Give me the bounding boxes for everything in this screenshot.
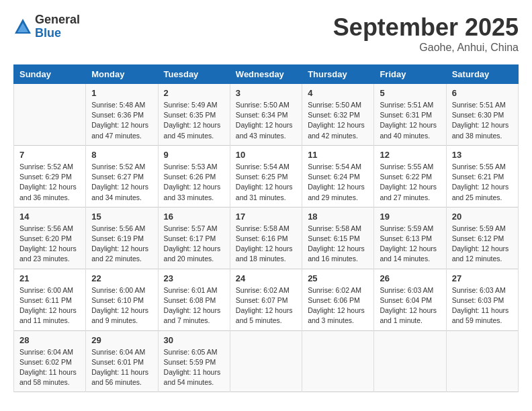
day-info: Sunrise: 5:48 AM Sunset: 6:36 PM Dayligh… [91,100,152,141]
day-info: Sunrise: 5:56 AM Sunset: 6:20 PM Dayligh… [19,224,80,265]
week-row-5: 28Sunrise: 6:04 AM Sunset: 6:02 PM Dayli… [14,330,519,392]
week-row-4: 21Sunrise: 6:00 AM Sunset: 6:11 PM Dayli… [14,269,519,330]
calendar-cell: 10Sunrise: 5:54 AM Sunset: 6:25 PM Dayli… [230,145,302,207]
day-number: 19 [380,212,440,222]
day-number: 29 [91,335,152,345]
day-number: 1 [91,88,152,98]
day-info: Sunrise: 5:56 AM Sunset: 6:19 PM Dayligh… [91,224,152,265]
day-info: Sunrise: 5:54 AM Sunset: 6:24 PM Dayligh… [308,162,368,203]
page-header: General Blue September 2025 Gaohe, Anhui… [13,13,519,54]
day-info: Sunrise: 5:52 AM Sunset: 6:29 PM Dayligh… [19,162,80,203]
calendar-cell: 6Sunrise: 5:51 AM Sunset: 6:30 PM Daylig… [446,84,518,146]
day-number: 24 [236,273,296,283]
calendar-cell: 21Sunrise: 6:00 AM Sunset: 6:11 PM Dayli… [14,269,86,330]
calendar-cell: 16Sunrise: 5:57 AM Sunset: 6:17 PM Dayli… [158,207,230,269]
day-number: 4 [308,88,368,98]
calendar-cell: 15Sunrise: 5:56 AM Sunset: 6:19 PM Dayli… [86,207,158,269]
calendar-body: 1Sunrise: 5:48 AM Sunset: 6:36 PM Daylig… [14,84,519,392]
header-row: SundayMondayTuesdayWednesdayThursdayFrid… [14,65,519,84]
day-number: 15 [91,212,152,222]
calendar-cell [302,330,374,392]
day-number: 12 [380,150,440,160]
day-number: 3 [236,88,296,98]
day-number: 27 [452,273,513,283]
day-number: 21 [19,273,80,283]
day-info: Sunrise: 5:55 AM Sunset: 6:21 PM Dayligh… [452,162,513,203]
header-day-saturday: Saturday [446,65,518,84]
day-info: Sunrise: 6:03 AM Sunset: 6:03 PM Dayligh… [452,285,513,326]
day-number: 16 [164,212,224,222]
calendar-cell: 12Sunrise: 5:55 AM Sunset: 6:22 PM Dayli… [374,145,446,207]
day-info: Sunrise: 5:53 AM Sunset: 6:26 PM Dayligh… [164,162,224,203]
day-info: Sunrise: 6:02 AM Sunset: 6:06 PM Dayligh… [308,285,368,326]
week-row-1: 1Sunrise: 5:48 AM Sunset: 6:36 PM Daylig… [14,84,519,146]
logo-general-text: General [35,13,80,27]
logo: General Blue [13,13,80,40]
week-row-2: 7Sunrise: 5:52 AM Sunset: 6:29 PM Daylig… [14,145,519,207]
day-info: Sunrise: 5:50 AM Sunset: 6:34 PM Dayligh… [236,100,296,141]
day-number: 14 [19,212,80,222]
calendar-cell: 8Sunrise: 5:52 AM Sunset: 6:27 PM Daylig… [86,145,158,207]
calendar-cell: 30Sunrise: 6:05 AM Sunset: 5:59 PM Dayli… [158,330,230,392]
day-number: 17 [236,212,296,222]
day-info: Sunrise: 5:55 AM Sunset: 6:22 PM Dayligh… [380,162,440,203]
calendar-table: SundayMondayTuesdayWednesdayThursdayFrid… [13,64,519,392]
logo-icon [13,17,32,36]
calendar-cell [230,330,302,392]
calendar-cell: 27Sunrise: 6:03 AM Sunset: 6:03 PM Dayli… [446,269,518,330]
calendar-cell: 22Sunrise: 6:00 AM Sunset: 6:10 PM Dayli… [86,269,158,330]
calendar-cell: 23Sunrise: 6:01 AM Sunset: 6:08 PM Dayli… [158,269,230,330]
calendar-cell: 13Sunrise: 5:55 AM Sunset: 6:21 PM Dayli… [446,145,518,207]
day-number: 2 [164,88,224,98]
day-number: 6 [452,88,513,98]
calendar-header: SundayMondayTuesdayWednesdayThursdayFrid… [14,65,519,84]
day-info: Sunrise: 6:00 AM Sunset: 6:10 PM Dayligh… [91,285,152,326]
header-day-monday: Monday [86,65,158,84]
calendar-cell [446,330,518,392]
day-number: 5 [380,88,440,98]
day-info: Sunrise: 6:04 AM Sunset: 6:01 PM Dayligh… [91,347,152,388]
logo-blue-text: Blue [35,27,80,40]
calendar-cell: 24Sunrise: 6:02 AM Sunset: 6:07 PM Dayli… [230,269,302,330]
day-number: 30 [164,335,224,345]
day-info: Sunrise: 6:05 AM Sunset: 5:59 PM Dayligh… [164,347,224,388]
week-row-3: 14Sunrise: 5:56 AM Sunset: 6:20 PM Dayli… [14,207,519,269]
day-info: Sunrise: 5:58 AM Sunset: 6:15 PM Dayligh… [308,224,368,265]
day-info: Sunrise: 6:03 AM Sunset: 6:04 PM Dayligh… [380,285,440,326]
location: Gaohe, Anhui, China [333,42,519,54]
header-day-friday: Friday [374,65,446,84]
calendar-cell: 11Sunrise: 5:54 AM Sunset: 6:24 PM Dayli… [302,145,374,207]
day-number: 26 [380,273,440,283]
day-number: 20 [452,212,513,222]
header-day-wednesday: Wednesday [230,65,302,84]
calendar-cell: 2Sunrise: 5:49 AM Sunset: 6:35 PM Daylig… [158,84,230,146]
day-info: Sunrise: 6:00 AM Sunset: 6:11 PM Dayligh… [19,285,80,326]
calendar-cell [374,330,446,392]
day-number: 9 [164,150,224,160]
calendar-cell: 5Sunrise: 5:51 AM Sunset: 6:31 PM Daylig… [374,84,446,146]
day-info: Sunrise: 5:59 AM Sunset: 6:13 PM Dayligh… [380,224,440,265]
calendar-cell: 20Sunrise: 5:59 AM Sunset: 6:12 PM Dayli… [446,207,518,269]
calendar-cell: 19Sunrise: 5:59 AM Sunset: 6:13 PM Dayli… [374,207,446,269]
day-info: Sunrise: 5:59 AM Sunset: 6:12 PM Dayligh… [452,224,513,265]
day-info: Sunrise: 6:02 AM Sunset: 6:07 PM Dayligh… [236,285,296,326]
day-number: 18 [308,212,368,222]
calendar-cell [14,84,86,146]
header-day-sunday: Sunday [14,65,86,84]
day-info: Sunrise: 5:58 AM Sunset: 6:16 PM Dayligh… [236,224,296,265]
day-number: 22 [91,273,152,283]
day-info: Sunrise: 5:54 AM Sunset: 6:25 PM Dayligh… [236,162,296,203]
calendar-cell: 14Sunrise: 5:56 AM Sunset: 6:20 PM Dayli… [14,207,86,269]
calendar-cell: 29Sunrise: 6:04 AM Sunset: 6:01 PM Dayli… [86,330,158,392]
calendar-cell: 26Sunrise: 6:03 AM Sunset: 6:04 PM Dayli… [374,269,446,330]
day-number: 7 [19,150,80,160]
day-number: 23 [164,273,224,283]
day-number: 8 [91,150,152,160]
day-info: Sunrise: 5:51 AM Sunset: 6:30 PM Dayligh… [452,100,513,141]
calendar-cell: 7Sunrise: 5:52 AM Sunset: 6:29 PM Daylig… [14,145,86,207]
calendar-cell: 3Sunrise: 5:50 AM Sunset: 6:34 PM Daylig… [230,84,302,146]
day-info: Sunrise: 6:04 AM Sunset: 6:02 PM Dayligh… [19,347,80,388]
day-info: Sunrise: 5:49 AM Sunset: 6:35 PM Dayligh… [164,100,224,141]
header-day-tuesday: Tuesday [158,65,230,84]
day-number: 11 [308,150,368,160]
